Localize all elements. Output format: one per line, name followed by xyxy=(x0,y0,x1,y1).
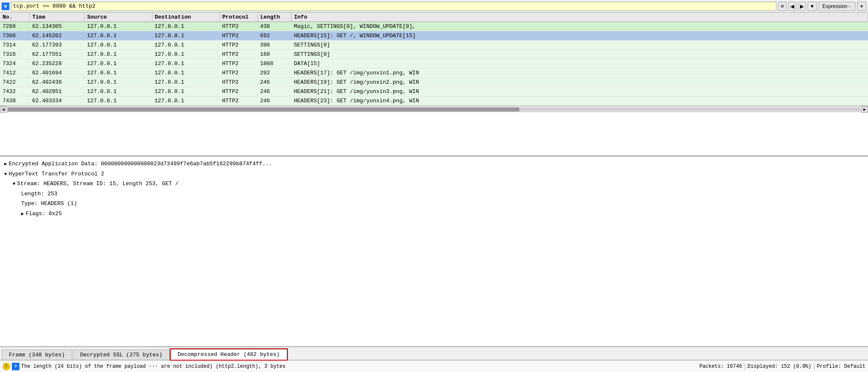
status-divider-2 xyxy=(814,363,814,370)
add-filter-button[interactable]: + xyxy=(857,2,866,11)
cell-time: 62.177393 xyxy=(30,41,84,50)
packets-label: Packets: 16746 xyxy=(700,364,742,369)
cell-len: 438 xyxy=(258,22,291,31)
detail-line-stream[interactable]: ▼Stream: HEADERS, Stream ID: 15, Length … xyxy=(13,179,864,189)
packet-table: No. Time Source Destination Protocol Len… xyxy=(0,13,868,106)
table-row[interactable]: 732462.235228127.0.0.1127.0.0.1HTTP21808… xyxy=(0,59,868,68)
cell-len: 246 xyxy=(258,78,291,87)
cell-len: 246 xyxy=(258,87,291,96)
table-row[interactable]: 730662.145202127.0.0.1127.0.0.1HTTP2692H… xyxy=(0,31,868,41)
tab-2[interactable]: Decompressed Header (482 bytes) xyxy=(171,349,287,360)
cell-time: 62.403334 xyxy=(30,96,84,106)
cell-time: 62.402438 xyxy=(30,78,84,87)
clear-filter-button[interactable]: ✕ xyxy=(778,2,787,11)
detail-line-encrypted: ▶Encrypted Application Data: 00000000000… xyxy=(4,159,864,169)
cell-time: 62.145202 xyxy=(30,31,84,41)
cell-info: DATA[15] xyxy=(291,59,868,68)
profile-label: Profile: Default xyxy=(817,364,865,369)
bottom-tabs: Frame (348 bytes)Decrypted SSL (275 byte… xyxy=(0,347,868,360)
table-row[interactable]: 743262.402951127.0.0.1127.0.0.1HTTP2246H… xyxy=(0,87,868,96)
detail-line-type: Type: HEADERS (1) xyxy=(21,199,864,209)
cell-src: 127.0.0.1 xyxy=(84,78,152,87)
cell-len: 692 xyxy=(258,31,291,41)
col-header-time: Time xyxy=(30,13,84,22)
cell-src: 127.0.0.1 xyxy=(84,68,152,78)
cell-info: SETTINGS[0] xyxy=(291,41,868,50)
cell-proto: HTTP2 xyxy=(220,78,258,87)
filter-dropdown-button[interactable]: ▼ xyxy=(808,2,817,11)
status-bar: ! ? The length (24 bits) of the frame pa… xyxy=(0,360,868,372)
cell-proto: HTTP2 xyxy=(220,22,258,31)
cell-time: 62.401694 xyxy=(30,68,84,78)
cell-proto: HTTP2 xyxy=(220,41,258,50)
filter-input[interactable] xyxy=(11,2,776,11)
prev-filter-button[interactable]: ◀ xyxy=(788,2,796,11)
cell-src: 127.0.0.1 xyxy=(84,50,152,59)
table-row[interactable]: 731462.177393127.0.0.1127.0.0.1HTTP2396S… xyxy=(0,41,868,50)
scrollbar-track[interactable] xyxy=(8,107,860,112)
tab-0[interactable]: Frame (348 bytes) xyxy=(2,350,72,360)
expand-icon: ▶ xyxy=(4,161,7,168)
status-right: Packets: 16746 Displayed: 152 (0.9%) Pro… xyxy=(700,363,865,370)
cell-info: HEADERS[17]: GET /img/yunxin1.png, WIN xyxy=(291,68,868,78)
cell-info: Magic, SETTINGS[0], WINDOW_UPDATE[0], xyxy=(291,22,868,31)
tab-1[interactable]: Decrypted SSL (275 bytes) xyxy=(73,350,170,360)
info-icon: ? xyxy=(12,363,19,370)
cell-no: 7314 xyxy=(0,41,30,50)
cell-time: 62.235228 xyxy=(30,59,84,68)
table-row[interactable]: 741262.401694127.0.0.1127.0.0.1HTTP2292H… xyxy=(0,68,868,78)
table-row[interactable]: 743862.403334127.0.0.1127.0.0.1HTTP2246H… xyxy=(0,96,868,106)
packet-list: No. Time Source Destination Protocol Len… xyxy=(0,13,868,156)
cell-dst: 127.0.0.1 xyxy=(152,87,220,96)
cell-len: 1808 xyxy=(258,59,291,68)
cell-src: 127.0.0.1 xyxy=(84,59,152,68)
cell-dst: 127.0.0.1 xyxy=(152,50,220,59)
cell-dst: 127.0.0.1 xyxy=(152,68,220,78)
col-header-destination: Destination xyxy=(152,13,220,22)
detail-pane: ▶Encrypted Application Data: 00000000000… xyxy=(0,156,868,347)
col-header-no: No. xyxy=(0,13,30,22)
cell-src: 127.0.0.1 xyxy=(84,96,152,106)
cell-info: SETTINGS[0] xyxy=(291,50,868,59)
cell-time: 62.402951 xyxy=(30,87,84,96)
cell-len: 246 xyxy=(258,96,291,106)
table-row[interactable]: 731662.177551127.0.0.1127.0.0.1HTTP2160S… xyxy=(0,50,868,59)
cell-proto: HTTP2 xyxy=(220,96,258,106)
next-filter-button[interactable]: ▶ xyxy=(798,2,806,11)
cell-time: 62.177551 xyxy=(30,50,84,59)
cell-no: 7422 xyxy=(0,78,30,87)
cell-len: 396 xyxy=(258,41,291,50)
cell-no: 7288 xyxy=(0,22,30,31)
col-header-protocol: Protocol xyxy=(220,13,258,22)
cell-proto: HTTP2 xyxy=(220,50,258,59)
detail-line-http2[interactable]: ▼HyperText Transfer Protocol 2 xyxy=(4,169,864,179)
cell-proto: HTTP2 xyxy=(220,31,258,41)
cell-src: 127.0.0.1 xyxy=(84,87,152,96)
packet-tbody: 728862.134305127.0.0.1127.0.0.1HTTP2438M… xyxy=(0,22,868,106)
cell-dst: 127.0.0.1 xyxy=(152,22,220,31)
scrollbar-thumb xyxy=(8,107,519,112)
col-header-info: Info xyxy=(291,13,868,22)
cell-no: 7412 xyxy=(0,68,30,78)
cell-no: 7432 xyxy=(0,87,30,96)
scroll-left-arrow[interactable]: ◀ xyxy=(0,106,7,113)
table-row[interactable]: 728862.134305127.0.0.1127.0.0.1HTTP2438M… xyxy=(0,22,868,31)
table-row[interactable]: 742262.402438127.0.0.1127.0.0.1HTTP2246H… xyxy=(0,78,868,87)
horizontal-scrollbar[interactable]: ◀ ▶ xyxy=(0,106,868,112)
detail-line-flags[interactable]: ▶Flags: 0x25 xyxy=(21,209,864,219)
table-header: No. Time Source Destination Protocol Len… xyxy=(0,13,868,22)
cell-src: 127.0.0.1 xyxy=(84,31,152,41)
col-header-source: Source xyxy=(84,13,152,22)
wireshark-icon: W xyxy=(2,3,9,10)
scroll-right-arrow[interactable]: ▶ xyxy=(861,106,868,113)
cell-dst: 127.0.0.1 xyxy=(152,31,220,41)
cell-dst: 127.0.0.1 xyxy=(152,41,220,50)
cell-len: 160 xyxy=(258,50,291,59)
cell-info: HEADERS[23]: GET /img/yunxin4.png, WIN xyxy=(291,96,868,106)
collapse-icon-2: ▼ xyxy=(13,181,16,188)
expression-button[interactable]: Expression··· xyxy=(819,2,855,11)
cell-len: 292 xyxy=(258,68,291,78)
status-main-text: The length (24 bits) of the frame payloa… xyxy=(21,364,698,369)
cell-time: 62.134305 xyxy=(30,22,84,31)
cell-info: HEADERS[21]: GET /img/yunxin3.png, WIN xyxy=(291,87,868,96)
